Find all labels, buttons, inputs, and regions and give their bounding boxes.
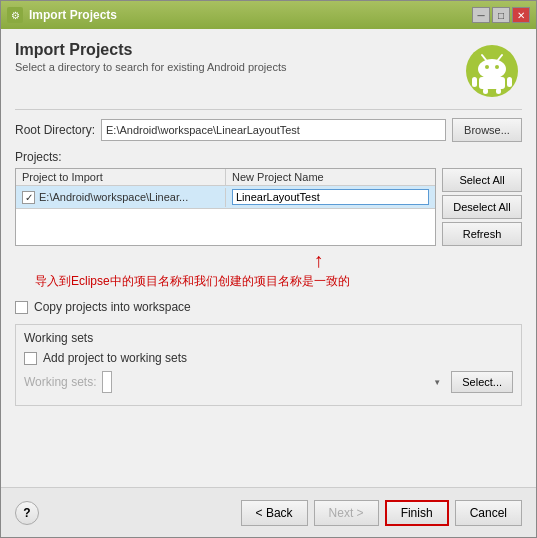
copy-checkbox[interactable] — [15, 301, 28, 314]
finish-button[interactable]: Finish — [385, 500, 449, 526]
ws-dropdown[interactable] — [102, 371, 112, 393]
table-buttons: Select All Deselect All Refresh — [442, 168, 522, 246]
ws-select-button[interactable]: Select... — [451, 371, 513, 393]
svg-rect-7 — [472, 77, 477, 87]
projects-section: Projects: Project to Import New Project … — [15, 150, 522, 246]
dialog-subtitle: Select a directory to search for existin… — [15, 61, 462, 73]
next-button[interactable]: Next > — [314, 500, 379, 526]
app-icon: ⚙ — [7, 7, 23, 23]
title-bar-controls: ─ □ ✕ — [472, 7, 530, 23]
maximize-button[interactable]: □ — [492, 7, 510, 23]
project-name-cell — [226, 186, 435, 208]
svg-rect-9 — [483, 88, 488, 94]
refresh-button[interactable]: Refresh — [442, 222, 522, 246]
ws-dropdown-wrapper — [102, 371, 445, 393]
help-button[interactable]: ? — [15, 501, 39, 525]
bottom-bar: ? < Back Next > Finish Cancel — [1, 487, 536, 537]
android-icon — [464, 43, 520, 99]
projects-container: Project to Import New Project Name E:\An… — [15, 168, 522, 246]
working-sets-add-row: Add project to working sets — [24, 351, 513, 365]
root-dir-input[interactable] — [101, 119, 446, 141]
browse-button[interactable]: Browse... — [452, 118, 522, 142]
title-bar: ⚙ Import Projects ─ □ ✕ — [1, 1, 536, 29]
table-header: Project to Import New Project Name — [16, 169, 435, 186]
annotation-arrow: ↑ — [115, 250, 522, 270]
bottom-left: ? — [15, 501, 39, 525]
dialog-title: Import Projects — [15, 41, 462, 59]
separator-1 — [15, 109, 522, 110]
project-path-cell: E:\Android\workspace\Linear... — [16, 188, 226, 207]
root-dir-row: Root Directory: Browse... — [15, 118, 522, 142]
projects-table: Project to Import New Project Name E:\An… — [15, 168, 436, 246]
bottom-right: < Back Next > Finish Cancel — [241, 500, 522, 526]
working-sets-select-row: Working sets: Select... — [24, 371, 513, 393]
title-bar-title: Import Projects — [29, 8, 117, 22]
col1-header: Project to Import — [16, 169, 226, 185]
svg-point-3 — [495, 65, 499, 69]
projects-label: Projects: — [15, 150, 522, 164]
working-sets-group: Working sets Add project to working sets… — [15, 324, 522, 406]
ws-label: Working sets: — [24, 375, 96, 389]
select-all-button[interactable]: Select All — [442, 168, 522, 192]
annotation-text: 导入到Eclipse中的项目名称和我们创建的项目名称是一致的 — [35, 272, 522, 290]
svg-rect-8 — [507, 77, 512, 87]
deselect-all-button[interactable]: Deselect All — [442, 195, 522, 219]
add-to-working-sets-label: Add project to working sets — [43, 351, 187, 365]
main-window: ⚙ Import Projects ─ □ ✕ Import Projects … — [0, 0, 537, 538]
dialog-content: Import Projects Select a directory to se… — [1, 29, 536, 487]
copy-label: Copy projects into workspace — [34, 300, 191, 314]
table-row[interactable]: E:\Android\workspace\Linear... — [16, 186, 435, 209]
svg-rect-10 — [496, 88, 501, 94]
copy-checkbox-row: Copy projects into workspace — [15, 300, 522, 314]
header-section: Import Projects Select a directory to se… — [15, 41, 522, 101]
add-to-working-sets-checkbox[interactable] — [24, 352, 37, 365]
android-logo — [462, 41, 522, 101]
cancel-button[interactable]: Cancel — [455, 500, 522, 526]
svg-point-2 — [485, 65, 489, 69]
close-button[interactable]: ✕ — [512, 7, 530, 23]
header-text: Import Projects Select a directory to se… — [15, 41, 462, 73]
svg-rect-6 — [479, 77, 505, 89]
col2-header: New Project Name — [226, 169, 435, 185]
annotation-area: ↑ 导入到Eclipse中的项目名称和我们创建的项目名称是一致的 — [35, 250, 522, 290]
minimize-button[interactable]: ─ — [472, 7, 490, 23]
back-button[interactable]: < Back — [241, 500, 308, 526]
working-sets-title: Working sets — [24, 331, 513, 345]
svg-point-1 — [478, 59, 506, 79]
project-checkbox[interactable] — [22, 191, 35, 204]
project-name-input[interactable] — [232, 189, 429, 205]
title-bar-left: ⚙ Import Projects — [7, 7, 117, 23]
root-dir-label: Root Directory: — [15, 123, 95, 137]
project-path-text: E:\Android\workspace\Linear... — [39, 191, 188, 203]
